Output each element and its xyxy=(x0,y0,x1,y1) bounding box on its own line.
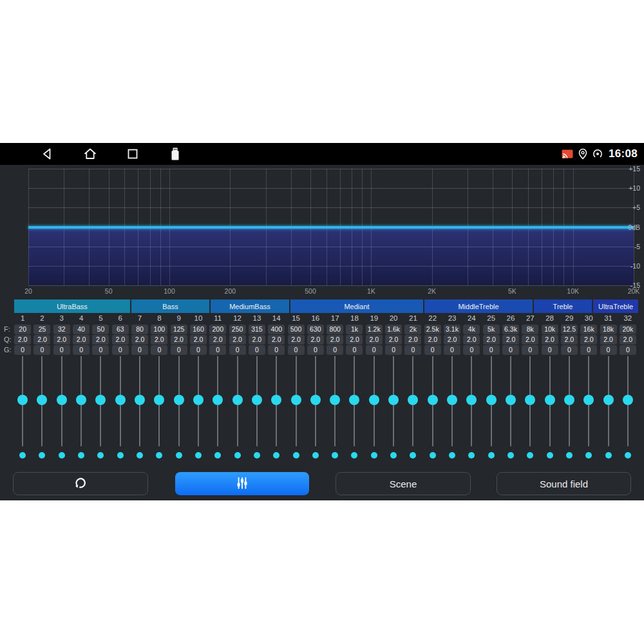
band-f-value[interactable]: 630 xyxy=(307,325,324,334)
band-g-value[interactable]: 0 xyxy=(268,345,285,355)
band-g-value[interactable]: 0 xyxy=(327,345,343,355)
band-g-value[interactable]: 0 xyxy=(249,345,265,355)
band-f-value[interactable]: 3.1k xyxy=(444,325,460,334)
band-f-value[interactable]: 100 xyxy=(151,325,167,334)
band-f-value[interactable]: 32 xyxy=(53,325,70,334)
band-f-value[interactable]: 50 xyxy=(92,325,109,334)
band-q-value[interactable]: 2.0 xyxy=(385,335,402,345)
band-q-value[interactable]: 2.0 xyxy=(502,335,519,345)
band-q-value[interactable]: 2.0 xyxy=(424,335,441,345)
band-slider-knob[interactable] xyxy=(174,395,184,405)
band-g-value[interactable]: 0 xyxy=(463,345,480,355)
band-g-value[interactable]: 0 xyxy=(424,345,441,355)
band-f-value[interactable]: 18k xyxy=(600,325,617,334)
band-f-value[interactable]: 2.5k xyxy=(424,325,441,334)
band-slider-knob[interactable] xyxy=(154,395,164,405)
band-slider-knob[interactable] xyxy=(545,395,555,405)
band-f-value[interactable]: 315 xyxy=(249,325,265,334)
band-slider-knob[interactable] xyxy=(135,395,145,405)
band-g-value[interactable]: 0 xyxy=(346,345,363,355)
band-slider-knob[interactable] xyxy=(388,395,399,405)
band-f-value[interactable]: 80 xyxy=(131,325,148,334)
band-g-value[interactable]: 0 xyxy=(620,345,636,355)
band-g-value[interactable]: 0 xyxy=(14,345,31,355)
band-q-value[interactable]: 2.0 xyxy=(151,335,167,345)
band-g-value[interactable]: 0 xyxy=(33,345,50,355)
band-slider-knob[interactable] xyxy=(232,395,243,405)
band-f-value[interactable]: 20 xyxy=(14,325,31,334)
band-group-tab-treble[interactable]: Treble xyxy=(534,299,592,313)
band-slider-knob[interactable] xyxy=(57,395,67,405)
band-q-value[interactable]: 2.0 xyxy=(92,335,109,345)
band-f-value[interactable]: 5k xyxy=(483,325,500,334)
band-g-value[interactable]: 0 xyxy=(53,345,70,355)
band-q-value[interactable]: 2.0 xyxy=(366,335,383,345)
band-g-value[interactable]: 0 xyxy=(73,345,90,355)
band-g-value[interactable]: 0 xyxy=(366,345,383,355)
band-f-value[interactable]: 1k xyxy=(346,325,363,334)
band-f-value[interactable]: 500 xyxy=(288,325,305,334)
eq-button[interactable] xyxy=(175,472,309,495)
band-f-value[interactable]: 40 xyxy=(73,325,90,334)
band-q-value[interactable]: 2.0 xyxy=(190,335,207,345)
band-g-value[interactable]: 0 xyxy=(483,345,500,355)
band-slider-knob[interactable] xyxy=(603,395,614,405)
band-f-value[interactable]: 800 xyxy=(327,325,343,334)
band-q-value[interactable]: 2.0 xyxy=(33,335,50,345)
scene-button[interactable]: Scene xyxy=(336,472,471,495)
band-f-value[interactable]: 25 xyxy=(33,325,50,334)
sound-field-button[interactable]: Sound field xyxy=(497,472,631,495)
band-q-value[interactable]: 2.0 xyxy=(463,335,480,345)
band-f-value[interactable]: 16k xyxy=(580,325,597,334)
band-g-value[interactable]: 0 xyxy=(92,345,109,355)
band-g-value[interactable]: 0 xyxy=(404,345,421,355)
band-slider-knob[interactable] xyxy=(623,395,633,405)
band-f-value[interactable]: 200 xyxy=(209,325,226,334)
band-slider-knob[interactable] xyxy=(428,395,438,405)
band-f-value[interactable]: 125 xyxy=(171,325,187,334)
band-slider-knob[interactable] xyxy=(486,395,497,405)
band-f-value[interactable]: 1.2k xyxy=(366,325,383,334)
band-q-value[interactable]: 2.0 xyxy=(249,335,265,345)
back-icon[interactable] xyxy=(40,146,55,162)
band-q-value[interactable]: 2.0 xyxy=(327,335,343,345)
band-slider-knob[interactable] xyxy=(408,395,418,405)
band-slider-knob[interactable] xyxy=(506,395,516,405)
band-slider-knob[interactable] xyxy=(252,395,262,405)
band-slider-knob[interactable] xyxy=(193,395,204,405)
band-q-value[interactable]: 2.0 xyxy=(483,335,500,345)
band-f-value[interactable]: 12.5 xyxy=(561,325,578,334)
band-slider-knob[interactable] xyxy=(369,395,379,405)
band-group-tab-mediumbass[interactable]: MediumBass xyxy=(211,299,289,313)
band-q-value[interactable]: 2.0 xyxy=(53,335,70,345)
band-g-value[interactable]: 0 xyxy=(561,345,578,355)
band-g-value[interactable]: 0 xyxy=(209,345,226,355)
band-g-value[interactable]: 0 xyxy=(307,345,324,355)
band-g-value[interactable]: 0 xyxy=(542,345,558,355)
band-f-value[interactable]: 4k xyxy=(463,325,480,334)
reset-button[interactable] xyxy=(13,472,148,495)
home-icon[interactable] xyxy=(82,146,98,162)
band-slider-knob[interactable] xyxy=(76,395,86,405)
band-f-value[interactable]: 10k xyxy=(542,325,558,334)
band-f-value[interactable]: 160 xyxy=(190,325,207,334)
band-g-value[interactable]: 0 xyxy=(131,345,148,355)
band-g-value[interactable]: 0 xyxy=(522,345,538,355)
band-q-value[interactable]: 2.0 xyxy=(131,335,148,345)
band-f-value[interactable]: 1.6k xyxy=(385,325,402,334)
band-q-value[interactable]: 2.0 xyxy=(171,335,187,345)
band-group-tab-ultrabass[interactable]: UltraBass xyxy=(14,299,130,313)
band-group-tab-mediant[interactable]: Mediant xyxy=(290,299,423,313)
band-slider-knob[interactable] xyxy=(447,395,457,405)
band-g-value[interactable]: 0 xyxy=(385,345,402,355)
band-q-value[interactable]: 2.0 xyxy=(404,335,421,345)
band-f-value[interactable]: 20k xyxy=(620,325,636,334)
band-g-value[interactable]: 0 xyxy=(151,345,167,355)
band-q-value[interactable]: 2.0 xyxy=(268,335,285,345)
band-f-value[interactable]: 2k xyxy=(404,325,421,334)
band-f-value[interactable]: 63 xyxy=(112,325,129,334)
band-slider-knob[interactable] xyxy=(330,395,340,405)
band-q-value[interactable]: 2.0 xyxy=(346,335,363,345)
band-slider-knob[interactable] xyxy=(291,395,301,405)
band-q-value[interactable]: 2.0 xyxy=(542,335,558,345)
